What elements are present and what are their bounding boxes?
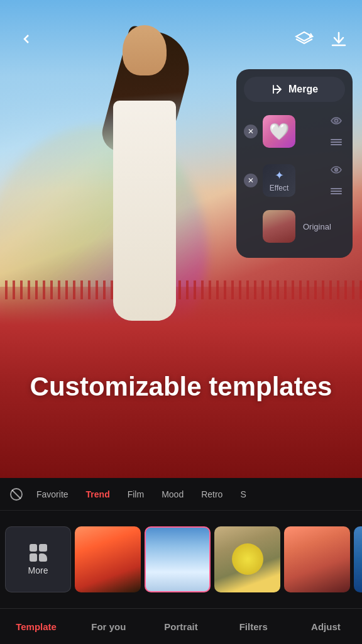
nav-label-adjust: Adjust xyxy=(311,621,341,632)
layer-controls-heart xyxy=(327,112,345,151)
thumb-item-food[interactable] xyxy=(214,526,280,592)
woman-head xyxy=(123,25,167,75)
filter-tab-mood[interactable]: Mood xyxy=(154,486,191,503)
download-button[interactable] xyxy=(325,25,353,53)
nav-item-for-you[interactable]: For you xyxy=(72,609,145,644)
thumb-image-couple[interactable] xyxy=(284,526,350,592)
nav-label-for-you: For you xyxy=(91,621,126,632)
layer-thumb-original[interactable] xyxy=(263,210,295,243)
layer-close-heart[interactable]: ✕ xyxy=(244,125,258,138)
layer-controls-effect xyxy=(327,161,345,200)
filter-tab-film[interactable]: Film xyxy=(120,486,151,503)
svg-rect-3 xyxy=(331,144,342,145)
woman-dress xyxy=(113,101,176,321)
thumb-image-blue[interactable] xyxy=(354,526,362,592)
thumb-item-couple[interactable] xyxy=(284,526,350,592)
svg-rect-6 xyxy=(331,191,342,192)
layer-menu-heart[interactable] xyxy=(327,133,345,151)
svg-rect-5 xyxy=(331,188,342,189)
filter-tab-trend[interactable]: Trend xyxy=(79,486,118,503)
filter-no-filter-icon[interactable] xyxy=(6,484,26,504)
bottom-nav: Template For you Portrait Filters Adjust xyxy=(0,608,362,644)
bottom-bar: Favorite Trend Film Mood Retro S More xyxy=(0,478,362,644)
layer-original: Original xyxy=(244,208,345,245)
more-thumb-item[interactable]: More xyxy=(5,526,71,592)
thumb-image-clouds[interactable] xyxy=(145,526,211,592)
main-photo: Customizable templates Merge xyxy=(0,0,362,478)
nav-item-filters[interactable]: Filters xyxy=(217,609,290,644)
more-grid-icon xyxy=(30,544,47,562)
svg-point-4 xyxy=(335,169,338,172)
svg-rect-1 xyxy=(331,139,342,140)
layer-thumb-heart[interactable]: 🤍 xyxy=(263,115,295,148)
more-button[interactable]: More xyxy=(5,526,71,592)
layers-panel: Merge ✕ 🤍 xyxy=(236,69,353,258)
more-label: More xyxy=(28,565,48,575)
thumb-image-food[interactable] xyxy=(214,526,280,592)
thumb-item-clouds[interactable] xyxy=(145,526,211,592)
original-label: Original xyxy=(303,222,331,231)
thumb-image-sunset[interactable] xyxy=(75,526,141,592)
filter-tab-more-text[interactable]: S xyxy=(233,486,253,503)
filter-tabs: Favorite Trend Film Mood Retro S xyxy=(0,478,362,511)
layer-thumb-effect[interactable]: ✦ Effect xyxy=(263,164,295,197)
layer-menu-effect[interactable] xyxy=(327,182,345,200)
heart-icon: 🤍 xyxy=(269,122,289,142)
layers-button[interactable] xyxy=(290,25,318,53)
layer-close-effect[interactable]: ✕ xyxy=(244,174,258,187)
nav-label-portrait: Portrait xyxy=(164,621,197,632)
nav-item-template[interactable]: Template xyxy=(0,609,72,644)
svg-rect-2 xyxy=(331,142,342,143)
layer-visibility-heart[interactable] xyxy=(327,112,345,130)
merge-button[interactable]: Merge xyxy=(244,77,345,102)
svg-line-9 xyxy=(12,490,21,499)
nav-label-filters: Filters xyxy=(239,621,268,632)
woman-figure xyxy=(75,25,214,402)
filter-tab-retro[interactable]: Retro xyxy=(194,486,230,503)
thumbnails-row: More xyxy=(0,511,362,608)
thumb-item-sunset[interactable] xyxy=(75,526,141,592)
nav-item-adjust[interactable]: Adjust xyxy=(290,609,362,644)
nav-item-portrait[interactable]: Portrait xyxy=(145,609,217,644)
layer-visibility-effect[interactable] xyxy=(327,161,345,179)
main-text: Customizable templates xyxy=(0,371,362,402)
filter-tab-favorite[interactable]: Favorite xyxy=(29,486,76,503)
back-button[interactable] xyxy=(13,25,40,53)
layer-heart: ✕ 🤍 xyxy=(244,109,345,153)
layer-effect: ✕ ✦ Effect xyxy=(244,158,345,203)
effect-star-icon: ✦ xyxy=(275,169,284,182)
nav-label-template: Template xyxy=(16,621,57,632)
svg-rect-7 xyxy=(331,193,342,194)
merge-label: Merge xyxy=(288,84,318,95)
effect-label: Effect xyxy=(270,184,288,192)
thumb-item-blue[interactable] xyxy=(354,526,362,592)
